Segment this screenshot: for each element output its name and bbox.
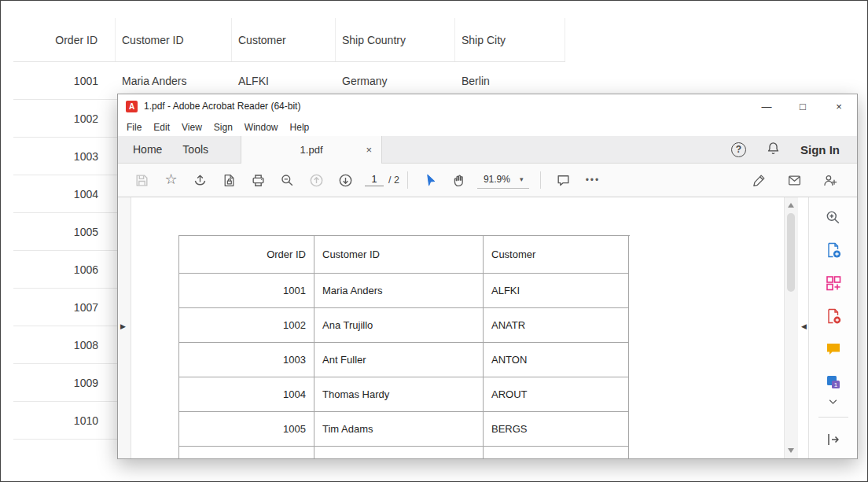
star-icon: ☆ <box>164 172 177 186</box>
help-icon[interactable]: ? <box>731 142 746 157</box>
zoom-control[interactable]: 91.9% ▾ <box>477 171 530 189</box>
grid-cell: 1009 <box>13 364 116 401</box>
pdf-page: Order IDCustomer IDCustomer 1001Maria An… <box>131 197 784 458</box>
grid-header-cell[interactable]: Ship City <box>455 18 565 61</box>
pdf-table-row <box>179 447 630 458</box>
upload-cloud-icon <box>193 173 208 188</box>
page-number-input[interactable]: 1 <box>365 174 384 186</box>
combine-files-button[interactable]: 1 <box>820 370 847 394</box>
pdf-table-cell: Ana Trujillo <box>314 308 484 343</box>
pdf-header-cell: Customer ID <box>314 236 484 274</box>
left-panel-toggle[interactable]: ▶ <box>120 323 126 330</box>
grid-header-row: Order IDCustomer IDCustomerShip CountryS… <box>13 18 565 62</box>
combine-files-icon: 1 <box>825 373 842 391</box>
pdf-table-header-row: Order IDCustomer IDCustomer <box>179 236 630 274</box>
maximize-button[interactable]: □ <box>785 94 821 118</box>
scroll-down-arrow[interactable] <box>788 448 794 453</box>
grid-header-cell[interactable]: Ship Country <box>336 18 455 61</box>
select-tool-button[interactable] <box>416 168 445 192</box>
organize-pages-button[interactable] <box>820 271 847 295</box>
pdf-table-body: 1001Maria AndersALFKI1002Ana TrujilloANA… <box>179 274 630 458</box>
save-button[interactable] <box>127 168 156 192</box>
grid-header-cell[interactable]: Order ID <box>13 18 116 61</box>
export-pdf-icon <box>825 241 842 259</box>
right-panel-toggle[interactable]: ◀ <box>801 323 807 330</box>
export-pdf-button[interactable] <box>820 238 847 262</box>
document-area: ▶ Order IDCustomer IDCustomer 1001Maria … <box>118 197 857 458</box>
more-options-button[interactable]: ••• <box>578 168 607 192</box>
magnifier-plus-icon <box>825 209 841 226</box>
magnifier-minus-icon <box>280 173 295 188</box>
pdf-table-cell: 1002 <box>179 308 314 343</box>
close-button[interactable]: × <box>821 94 857 118</box>
zoom-caret-icon: ▾ <box>520 175 524 183</box>
scroll-up-arrow[interactable] <box>788 203 794 208</box>
menu-item-sign[interactable]: Sign <box>214 122 233 133</box>
toolbar: ☆ 1 / 2 <box>118 164 857 197</box>
menu-item-view[interactable]: View <box>182 122 202 133</box>
tab-document[interactable]: 1.pdf × <box>241 136 382 164</box>
print-button[interactable] <box>244 168 273 192</box>
zoom-in-tool-button[interactable] <box>820 205 847 229</box>
grid-cell: 1006 <box>13 251 116 288</box>
bell-icon[interactable] <box>766 141 781 159</box>
tab-bar: Home Tools 1.pdf × ? Sign In <box>118 136 857 164</box>
grid-header-cell[interactable]: Customer ID <box>116 18 232 61</box>
menu-item-help[interactable]: Help <box>290 122 310 133</box>
comment-button[interactable] <box>549 168 578 192</box>
printer-icon <box>251 173 266 188</box>
window-titlebar: A 1.pdf - Adobe Acrobat Reader (64-bit) … <box>118 94 857 118</box>
create-pdf-button[interactable] <box>820 304 847 328</box>
pdf-table-row: 1003Ant FullerANTON <box>179 343 630 377</box>
minimize-button[interactable]: — <box>748 94 785 118</box>
share-button[interactable] <box>186 168 215 192</box>
pdf-table-row: 1005Tim AdamsBERGS <box>179 412 630 447</box>
tools-pane-toggle-button[interactable] <box>820 428 847 451</box>
next-page-button[interactable] <box>331 168 360 192</box>
zoom-out-button[interactable] <box>273 168 302 192</box>
pdf-table: Order IDCustomer IDCustomer 1001Maria An… <box>178 235 630 458</box>
previous-page-button[interactable] <box>302 168 331 192</box>
window-title: 1.pdf - Adobe Acrobat Reader (64-bit) <box>144 101 300 112</box>
grid-cell: 1002 <box>13 100 116 137</box>
sidebar-expand-button[interactable] <box>820 397 847 407</box>
pdf-table-cell: 1001 <box>179 274 314 308</box>
pdf-table-cell: Tim Adams <box>314 412 484 447</box>
pdf-table-cell: 1003 <box>179 343 314 377</box>
star-button[interactable]: ☆ <box>156 168 186 192</box>
up-circle-icon <box>309 173 324 188</box>
menu-item-window[interactable]: Window <box>245 122 278 133</box>
vertical-scrollbar[interactable] <box>784 197 798 458</box>
grid-cell: 1010 <box>13 402 116 439</box>
pdf-header-cell: Customer <box>484 236 629 274</box>
down-circle-icon <box>338 173 353 188</box>
pdf-table-row: 1004Thomas HardyAROUT <box>179 377 630 412</box>
menu-item-file[interactable]: File <box>127 122 142 133</box>
svg-text:1: 1 <box>833 381 837 388</box>
comment-tool-button[interactable] <box>820 337 847 361</box>
window-controls: — □ × <box>748 94 857 118</box>
arrow-bar-right-icon <box>826 432 841 447</box>
hand-icon <box>452 173 467 188</box>
toolbar-divider <box>407 171 408 189</box>
grid-header-cell[interactable]: Customer <box>232 18 336 61</box>
right-panel-strip: ◀ <box>798 197 808 458</box>
sign-in-button[interactable]: Sign In <box>800 143 840 156</box>
protect-file-button[interactable] <box>215 168 244 192</box>
tab-close-icon[interactable]: × <box>366 144 372 156</box>
tab-tools[interactable]: Tools <box>172 136 219 163</box>
menu-item-edit[interactable]: Edit <box>153 122 170 133</box>
envelope-icon <box>787 173 802 188</box>
fill-sign-button[interactable] <box>745 168 774 192</box>
share-with-others-button[interactable] <box>815 168 844 192</box>
tab-home[interactable]: Home <box>123 136 172 163</box>
hand-tool-button[interactable] <box>445 168 474 192</box>
pdf-table-cell: Ant Fuller <box>314 343 484 377</box>
chevron-down-icon <box>827 397 839 407</box>
page-lock-icon <box>222 173 237 188</box>
scroll-thumb[interactable] <box>787 213 795 292</box>
toolbar-divider <box>540 171 541 189</box>
pdf-table-cell: ANATR <box>484 308 629 343</box>
grid-cell: 1004 <box>13 175 116 212</box>
send-mail-button[interactable] <box>780 168 809 192</box>
